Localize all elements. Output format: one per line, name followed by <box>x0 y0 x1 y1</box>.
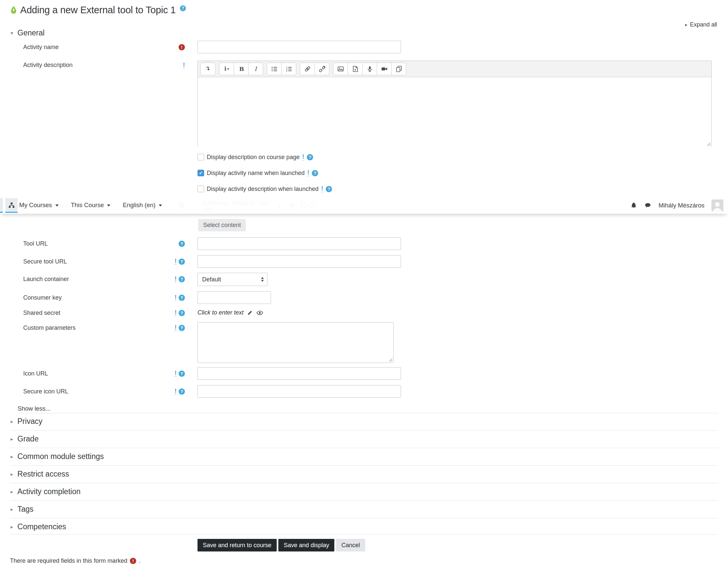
show-less-link[interactable]: Show less... <box>18 405 51 412</box>
nav-tab-fragment <box>0 198 3 213</box>
secure-icon-url-input[interactable] <box>198 385 401 398</box>
help-icon[interactable]: ? <box>180 5 186 11</box>
tooltip-exclamation-icon[interactable]: ! <box>307 170 309 176</box>
eye-icon[interactable] <box>257 310 263 316</box>
svg-text:I: I <box>255 66 258 72</box>
svg-text:i: i <box>224 66 226 72</box>
section-common-module-toggle[interactable]: ▸ Common module settings <box>10 452 104 461</box>
tooltip-exclamation-icon[interactable]: ! <box>175 370 177 377</box>
caret-down-icon <box>107 204 110 206</box>
triangle-right-icon: ▸ <box>685 22 688 27</box>
cancel-button[interactable]: Cancel <box>336 539 365 551</box>
shared-secret-label: Shared secret <box>23 310 60 317</box>
insert-media-icon[interactable] <box>348 63 362 75</box>
section-competencies-toggle[interactable]: ▸ Competencies <box>10 522 66 531</box>
tooltip-exclamation-icon[interactable]: ! <box>175 276 177 282</box>
tooltip-exclamation-icon[interactable]: ! <box>302 154 304 161</box>
record-video-icon[interactable] <box>377 63 392 75</box>
tooltip-exclamation-icon[interactable]: ! <box>175 388 177 395</box>
bold-icon[interactable]: B <box>234 63 249 75</box>
tooltip-exclamation-icon[interactable]: ! <box>175 258 177 265</box>
help-icon[interactable]: ? <box>179 325 185 331</box>
icon-url-label: Icon URL <box>23 370 48 377</box>
checkbox-row-display-activity-description: Display activity description when launch… <box>198 185 332 193</box>
tooltip-exclamation-icon[interactable]: ! <box>183 62 185 68</box>
icon-url-input[interactable] <box>198 367 401 380</box>
nav-my-courses[interactable]: My Courses <box>19 202 59 209</box>
help-icon[interactable]: ? <box>179 276 185 282</box>
caret-down-icon <box>55 204 59 206</box>
activity-name-input[interactable] <box>198 41 401 53</box>
display-activity-name-checkbox[interactable]: ✓ <box>198 170 204 176</box>
svg-text:3: 3 <box>286 69 287 72</box>
custom-parameters-textarea[interactable] <box>198 322 394 363</box>
tooltip-exclamation-icon[interactable]: ! <box>175 310 177 316</box>
help-icon[interactable]: ? <box>179 371 185 377</box>
activity-description-editor: i B I <box>198 61 712 147</box>
help-icon[interactable]: ? <box>179 259 185 265</box>
resize-handle-icon[interactable] <box>707 142 711 146</box>
tool-url-input[interactable] <box>198 237 401 250</box>
editor-toolbar: i B I <box>198 61 711 77</box>
resize-handle-icon[interactable] <box>389 358 393 362</box>
user-name[interactable]: Mihály Mészáros <box>659 202 704 209</box>
help-icon[interactable]: ? <box>312 170 318 176</box>
help-icon[interactable]: ? <box>179 310 185 316</box>
caret-down-icon <box>159 204 162 206</box>
tooltip-exclamation-icon[interactable]: ! <box>321 185 323 192</box>
display-activity-description-checkbox[interactable] <box>198 185 204 192</box>
triangle-right-icon: ▸ <box>10 471 13 477</box>
display-description-checkbox[interactable] <box>198 154 204 161</box>
notifications-bell-icon[interactable] <box>630 202 637 209</box>
help-icon[interactable]: ? <box>326 186 332 192</box>
page-title-row: Adding a new External tool to Topic 1 ? <box>10 5 186 16</box>
record-audio-icon[interactable] <box>362 63 377 75</box>
manage-files-icon[interactable] <box>391 63 406 75</box>
pencil-icon[interactable] <box>247 310 253 316</box>
section-restrict-access-toggle[interactable]: ▸ Restrict access <box>10 470 69 479</box>
unlink-icon[interactable] <box>315 63 329 75</box>
triangle-right-icon: ▸ <box>10 524 13 529</box>
section-activity-completion-toggle[interactable]: ▸ Activity completion <box>10 487 81 496</box>
help-icon[interactable]: ? <box>179 388 185 395</box>
ordered-list-icon[interactable]: 1 2 3 <box>281 63 296 75</box>
required-icon: ! <box>179 44 185 50</box>
select-content-button[interactable]: Select content <box>198 219 246 231</box>
paragraph-styles-icon[interactable]: i <box>219 63 234 75</box>
checkbox-row-display-activity-name: ✓ Display activity name when launched ! … <box>198 169 318 177</box>
nav-language[interactable]: English (en) <box>123 202 162 209</box>
link-icon[interactable] <box>300 63 315 75</box>
section-privacy-toggle[interactable]: ▸ Privacy <box>10 417 42 426</box>
required-fields-note: There are required fields in this form m… <box>10 557 141 565</box>
editor-content-area[interactable] <box>198 77 711 147</box>
svg-text:B: B <box>239 66 244 72</box>
avatar[interactable] <box>711 200 723 211</box>
consumer-key-input[interactable] <box>198 291 271 304</box>
help-icon[interactable]: ? <box>179 240 185 247</box>
tooltip-exclamation-icon[interactable]: ! <box>175 324 177 331</box>
secure-icon-url-label: Secure icon URL <box>23 388 68 395</box>
sitemap-icon[interactable] <box>5 198 18 213</box>
messages-icon[interactable] <box>644 202 651 209</box>
launch-container-select[interactable]: Default <box>198 273 267 286</box>
save-and-display-button[interactable]: Save and display <box>278 539 334 551</box>
page-title: Adding a new External tool to Topic 1 <box>20 5 176 16</box>
help-icon[interactable]: ? <box>307 154 313 161</box>
expand-all-link[interactable]: ▸ Expand all <box>685 21 717 28</box>
tooltip-exclamation-icon[interactable]: ! <box>175 294 177 301</box>
section-tags-toggle[interactable]: ▸ Tags <box>10 505 33 514</box>
secure-tool-url-input[interactable] <box>198 255 401 268</box>
insert-image-icon[interactable] <box>333 63 348 75</box>
unordered-list-icon[interactable] <box>267 63 282 75</box>
section-grade-toggle[interactable]: ▸ Grade <box>10 434 38 443</box>
help-icon[interactable]: ? <box>179 295 185 301</box>
collapse-toolbar-icon[interactable] <box>201 63 215 75</box>
activity-description-label: Activity description <box>23 62 72 68</box>
section-general-toggle[interactable]: ▾ General <box>10 29 45 37</box>
nav-this-course[interactable]: This Course <box>71 202 111 209</box>
shared-secret-inline-edit[interactable]: Click to enter text <box>198 309 243 316</box>
save-and-return-button[interactable]: Save and return to course <box>198 539 277 551</box>
italic-icon[interactable]: I <box>248 63 263 75</box>
required-icon: ! <box>130 558 136 564</box>
triangle-right-icon: ▸ <box>10 454 13 459</box>
